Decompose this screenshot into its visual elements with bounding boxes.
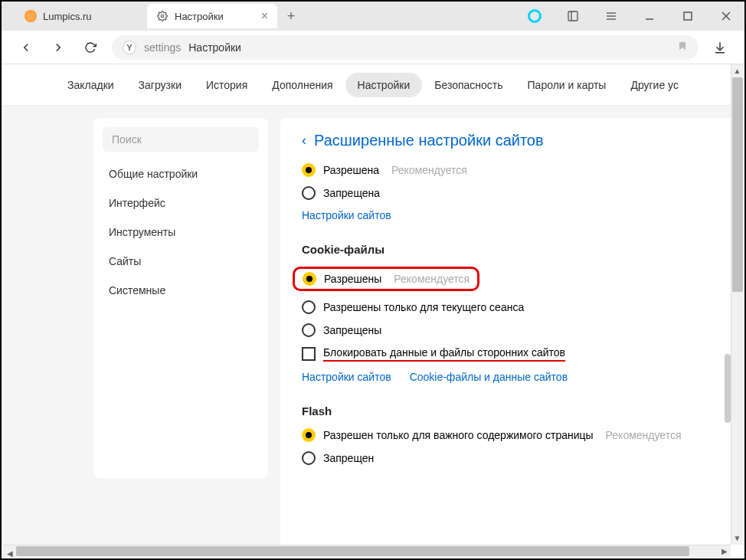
- radio-icon: [302, 428, 316, 442]
- radio-cookies-session[interactable]: Разрешены только для текущего сеанса: [302, 300, 723, 314]
- group-title: Flash: [302, 404, 723, 418]
- scrollbar-thumb[interactable]: [725, 354, 731, 423]
- tab-settings[interactable]: Настройки ×: [147, 4, 277, 28]
- tab-lumpics[interactable]: Lumpics.ru: [15, 4, 146, 28]
- nav-settings[interactable]: Настройки: [345, 73, 423, 97]
- nav-other[interactable]: Другие ус: [618, 73, 691, 97]
- address-title: Настройки: [188, 41, 241, 54]
- link-cookie-data[interactable]: Cookie-файлы и данные сайтов: [410, 371, 568, 383]
- section-prev: Разрешена Рекомендуется Запрещена Настро…: [302, 163, 723, 221]
- nav-history[interactable]: История: [194, 73, 260, 97]
- radio-allowed[interactable]: Разрешена Рекомендуется: [302, 163, 723, 177]
- address-prefix: settings: [144, 41, 181, 54]
- scroll-right-icon[interactable]: ▶: [718, 545, 731, 557]
- group-title: Cookie-файлы: [302, 243, 723, 256]
- maximize-button[interactable]: [676, 4, 700, 28]
- address-bar: Y settings Настройки: [2, 31, 744, 64]
- horizontal-scrollbar[interactable]: ◀ ▶: [3, 545, 731, 557]
- tab-label: Настройки: [175, 11, 224, 22]
- sidebar-item-general[interactable]: Общие настройки: [93, 159, 268, 188]
- yandex-icon: Y: [123, 41, 136, 54]
- scroll-up-icon[interactable]: ▲: [731, 64, 743, 77]
- option-label: Разрешены: [324, 273, 381, 285]
- checkbox-icon: [302, 347, 316, 361]
- sidebar-item-tools[interactable]: Инструменты: [93, 218, 268, 247]
- downloads-button[interactable]: [709, 37, 731, 58]
- minimize-button[interactable]: [637, 4, 662, 28]
- scroll-left-icon[interactable]: ◀: [3, 548, 16, 559]
- bookmark-icon[interactable]: [677, 40, 688, 55]
- option-label: Разрешен только для важного содержимого …: [323, 429, 594, 441]
- menu-icon[interactable]: [599, 4, 623, 28]
- radio-icon: [302, 163, 316, 177]
- radio-flash-forbidden[interactable]: Запрещен: [302, 451, 723, 465]
- panel-scrollbar[interactable]: [725, 155, 731, 461]
- search-input[interactable]: Поиск: [103, 127, 259, 152]
- radio-icon: [302, 186, 316, 200]
- scroll-down-icon[interactable]: ▼: [731, 532, 743, 545]
- link-site-settings[interactable]: Настройки сайтов: [302, 371, 391, 383]
- option-label: Разрешены только для текущего сеанса: [323, 301, 524, 313]
- radio-flash-important[interactable]: Разрешен только для важного содержимого …: [302, 428, 723, 442]
- radio-icon: [302, 323, 316, 337]
- sidebar-toggle-icon[interactable]: [561, 4, 585, 28]
- section-cookies: Cookie-файлы Разрешены Рекомендуется Раз…: [302, 243, 723, 383]
- tab-bar: Lumpics.ru Настройки × +: [2, 2, 744, 31]
- option-label: Запрещен: [323, 452, 374, 464]
- back-button[interactable]: [15, 37, 37, 58]
- section-flash: Flash Разрешен только для важного содерж…: [302, 404, 723, 465]
- reload-button[interactable]: [80, 37, 101, 58]
- link-site-settings[interactable]: Настройки сайтов: [302, 209, 391, 221]
- scrollbar-thumb[interactable]: [732, 77, 743, 292]
- radio-cookies-allowed[interactable]: Разрешены Рекомендуется: [302, 267, 723, 291]
- radio-forbidden[interactable]: Запрещена: [302, 186, 723, 200]
- nav-bookmarks[interactable]: Закладки: [55, 73, 126, 97]
- option-hint: Рекомендуется: [391, 164, 467, 176]
- svg-rect-7: [684, 12, 692, 20]
- back-chevron-icon[interactable]: ‹: [302, 133, 306, 149]
- settings-panel: ‹ Расширенные настройки сайтов Разрешена…: [280, 118, 744, 545]
- address-field[interactable]: Y settings Настройки: [112, 35, 699, 60]
- close-button[interactable]: [714, 4, 738, 28]
- option-label: Разрешена: [323, 164, 379, 176]
- radio-icon: [303, 272, 316, 286]
- lumpics-icon: [25, 10, 37, 22]
- window-controls: [522, 2, 738, 31]
- content-area: Закладки Загрузки История Дополнения Нас…: [2, 64, 744, 545]
- option-label: Запрещены: [323, 324, 381, 336]
- svg-point-0: [161, 15, 164, 18]
- scrollbar-thumb[interactable]: [16, 546, 689, 556]
- option-label: Запрещена: [323, 187, 380, 199]
- close-icon[interactable]: ×: [261, 9, 268, 23]
- sidebar-item-interface[interactable]: Интерфейс: [93, 188, 268, 218]
- tab-label: Lumpics.ru: [43, 11, 92, 22]
- nav-downloads[interactable]: Загрузки: [126, 73, 194, 97]
- radio-icon: [302, 451, 316, 465]
- sidebar-item-system[interactable]: Системные: [93, 276, 268, 305]
- radio-icon: [302, 300, 316, 314]
- settings-top-nav: Закладки Загрузки История Дополнения Нас…: [2, 64, 744, 106]
- nav-addons[interactable]: Дополнения: [260, 73, 345, 97]
- option-label: Блокировать данные и файлы сторонних сай…: [323, 346, 565, 362]
- sidebar-item-sites[interactable]: Сайты: [93, 247, 268, 276]
- svg-rect-1: [568, 11, 577, 21]
- radio-cookies-forbidden[interactable]: Запрещены: [302, 323, 723, 337]
- settings-sidebar: Поиск Общие настройки Интерфейс Инструме…: [93, 118, 268, 478]
- gear-icon: [156, 10, 169, 22]
- option-hint: Рекомендуется: [606, 429, 682, 441]
- nav-passwords[interactable]: Пароли и карты: [515, 73, 619, 97]
- forward-button[interactable]: [47, 37, 69, 58]
- nav-security[interactable]: Безопасность: [422, 73, 515, 97]
- option-hint: Рекомендуется: [394, 273, 470, 285]
- panel-title: Расширенные настройки сайтов: [314, 132, 544, 149]
- checkbox-block-thirdparty[interactable]: Блокировать данные и файлы сторонних сай…: [302, 346, 723, 362]
- new-tab-button[interactable]: +: [279, 4, 303, 28]
- vertical-scrollbar[interactable]: ▲ ▼: [731, 64, 743, 545]
- zen-icon[interactable]: [522, 4, 547, 28]
- panel-title-row[interactable]: ‹ Расширенные настройки сайтов: [302, 132, 723, 149]
